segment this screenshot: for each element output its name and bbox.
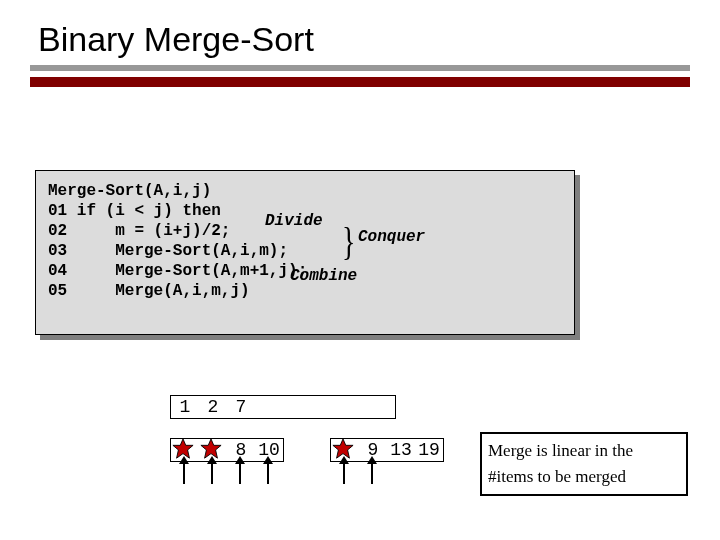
arrow-up-icon bbox=[239, 462, 241, 484]
cell: 13 bbox=[387, 439, 415, 461]
cell bbox=[367, 396, 395, 418]
annotation-combine: Combine bbox=[290, 267, 357, 285]
slide: Binary Merge-Sort Merge-Sort(A,i,j) 01 i… bbox=[0, 0, 720, 540]
arrow-up-icon bbox=[343, 462, 345, 484]
cell bbox=[255, 396, 283, 418]
code-box: Merge-Sort(A,i,j) 01 if (i < j) then 02 … bbox=[35, 170, 575, 335]
annotation-divide: Divide bbox=[265, 212, 323, 230]
note-line-1: Merge is linear in the bbox=[488, 438, 680, 464]
cell bbox=[283, 396, 311, 418]
array-output: 1 2 7 bbox=[170, 395, 396, 419]
brace-icon: } bbox=[342, 222, 355, 261]
rule-grey bbox=[30, 65, 690, 71]
cell: 2 bbox=[199, 396, 227, 418]
code-line-4: 04 Merge-Sort(A,m+1,j); bbox=[48, 262, 307, 280]
page-title: Binary Merge-Sort bbox=[30, 20, 690, 59]
arrow-up-icon bbox=[371, 462, 373, 484]
cell bbox=[311, 396, 339, 418]
arrow-up-icon bbox=[211, 462, 213, 484]
cell: 7 bbox=[227, 396, 255, 418]
arrow-up-icon bbox=[183, 462, 185, 484]
cell: 19 bbox=[415, 439, 443, 461]
code-line-5: 05 Merge(A,i,m,j) bbox=[48, 282, 250, 300]
code-line-0: Merge-Sort(A,i,j) bbox=[48, 182, 211, 200]
annotation-conquer: Conquer bbox=[358, 228, 425, 246]
arrow-up-icon bbox=[267, 462, 269, 484]
code-line-3: 03 Merge-Sort(A,i,m); bbox=[48, 242, 288, 260]
code-line-2: 02 m = (i+j)/2; bbox=[48, 222, 230, 240]
rule-maroon bbox=[30, 77, 690, 87]
code-line-1: 01 if (i < j) then bbox=[48, 202, 221, 220]
cell: 1 bbox=[171, 396, 199, 418]
note-line-2: #items to be merged bbox=[488, 464, 680, 490]
note-box: Merge is linear in the #items to be merg… bbox=[480, 432, 688, 496]
cell bbox=[339, 396, 367, 418]
